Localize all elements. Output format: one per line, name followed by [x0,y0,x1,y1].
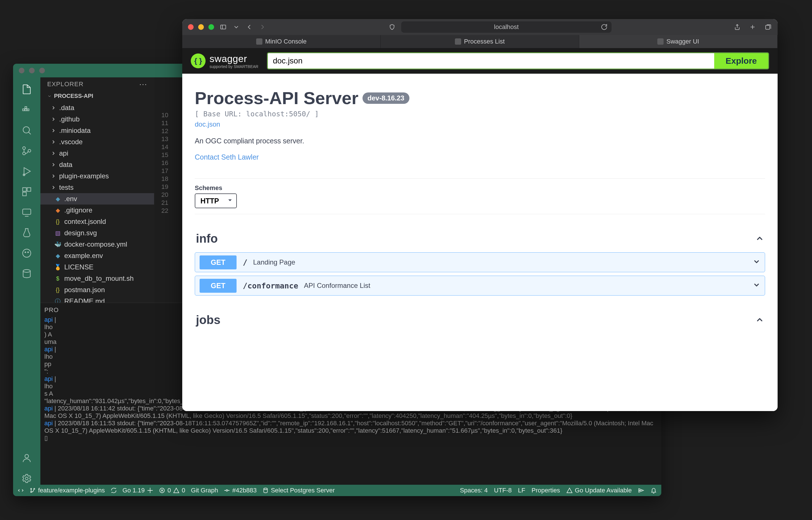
folder-row[interactable]: .miniodata [40,125,154,136]
explore-button[interactable]: Explore [714,53,768,69]
status-go-update[interactable]: Go Update Available [566,487,632,494]
swagger-logo-icon: { } [191,53,206,68]
op-desc: API Conformance List [304,282,370,290]
swagger-url-input[interactable] [268,53,714,69]
traffic-min[interactable] [198,24,204,30]
traffic-max[interactable] [209,24,214,30]
safari-traffic-lights[interactable] [188,24,214,30]
folder-row[interactable]: tests [40,182,154,193]
browser-tab[interactable]: MinIO Console [182,35,381,48]
address-bar[interactable]: localhost [401,21,612,33]
status-eol[interactable]: LF [518,487,525,494]
status-commit[interactable]: #42b883 [224,487,257,494]
back-icon[interactable] [245,23,253,31]
traffic-close[interactable] [19,68,24,73]
folder-row[interactable]: data [40,159,154,171]
chevron-up-icon [755,232,764,245]
file-row[interactable]: $move_db_to_mount.sh [40,273,154,284]
run-debug-icon[interactable] [21,165,33,178]
file-row[interactable]: 🐳docker-compose.yml [40,239,154,250]
status-bar: feature/example-plugins Go 1.19 00 Git G… [13,485,661,496]
safari-window: localhost MinIO ConsoleProcesses ListSwa… [182,19,778,411]
go-icon[interactable] [21,247,33,259]
status-spaces[interactable]: Spaces: 4 [460,487,488,494]
tag-header[interactable]: info [195,228,765,249]
folder-row[interactable]: .vscode [40,136,154,148]
vscode-traffic-lights[interactable] [19,68,45,73]
browser-tab[interactable]: Swagger UI [579,35,778,48]
file-row[interactable]: ◆.gitignore [40,205,154,216]
api-description: An OGC compliant process server. [195,137,765,145]
operation-row[interactable]: GET/Landing Page [195,252,765,272]
remote-icon[interactable] [21,206,33,218]
database-icon[interactable] [21,267,33,280]
shield-icon[interactable] [388,23,396,31]
operation-row[interactable]: GET/conformanceAPI Conformance List [195,276,765,295]
forward-icon[interactable] [259,23,266,31]
file-row[interactable]: ◆example.env [40,250,154,261]
chevron-down-icon [753,281,760,290]
api-title: Process-API Server [195,88,358,108]
source-control-icon[interactable] [21,145,33,157]
svg-point-4 [23,127,29,133]
status-bell-icon[interactable] [650,487,657,494]
swagger-search-wrap: Explore [267,52,769,70]
folder-row[interactable]: api [40,148,154,159]
reload-icon[interactable] [600,23,608,31]
status-postgres[interactable]: Select Postgres Server [263,487,335,494]
status-go-version[interactable]: Go 1.19 [123,487,153,494]
file-row[interactable]: 🏅LICENSE [40,261,154,273]
status-branch[interactable]: feature/example-plugins [30,487,105,494]
status-language[interactable]: Properties [532,487,560,494]
method-badge: GET [199,279,237,293]
folder-row[interactable]: .data [40,102,154,113]
status-feedback-icon[interactable] [638,487,644,494]
file-row[interactable]: {}postman.json [40,284,154,295]
chevron-down-icon[interactable] [232,23,240,31]
file-row[interactable]: {}context.jsonld [40,216,154,227]
folder-row[interactable]: .github [40,113,154,125]
settings-gear-icon[interactable] [21,472,33,485]
schemes-select[interactable]: HTTP [195,193,237,208]
file-row[interactable]: ▧design.svg [40,227,154,239]
status-sync[interactable] [111,487,117,494]
svg-rect-25 [221,25,226,29]
tab-bar: MinIO ConsoleProcesses ListSwagger UI [182,35,778,48]
status-problems[interactable]: 00 [159,487,185,494]
svg-rect-2 [27,109,29,111]
svg-point-14 [25,252,26,253]
status-remote[interactable] [18,487,24,494]
spec-link[interactable]: doc.json [195,120,765,128]
status-encoding[interactable]: UTF-8 [494,487,512,494]
testing-icon[interactable] [21,227,33,239]
explorer-icon[interactable] [21,83,33,96]
terminal-line: api | 2023/08/18 16:11:53 stdout: {"time… [44,420,657,434]
share-icon[interactable] [733,23,741,31]
tab-overview-icon[interactable] [764,23,772,31]
tag-header[interactable]: jobs [195,310,765,330]
traffic-close[interactable] [188,24,194,30]
file-row[interactable]: ◆.env [40,193,154,205]
account-icon[interactable] [21,452,33,464]
docker-icon[interactable] [21,104,33,116]
chevron-up-icon [755,313,764,327]
file-icon: ▧ [54,229,61,237]
folder-row[interactable]: plugin-examples [40,171,154,182]
svg-rect-0 [23,109,24,111]
sidebar-more-icon[interactable]: ⋯ [139,80,147,89]
search-icon[interactable] [21,124,33,136]
activity-bar [13,77,40,485]
browser-tab[interactable]: Processes List [381,35,579,48]
status-git-graph[interactable]: Git Graph [191,487,218,494]
sidebar-toggle-icon[interactable] [219,23,227,31]
traffic-max[interactable] [39,68,45,73]
extensions-icon[interactable] [21,185,33,198]
contact-link[interactable]: Contact Seth Lawler [195,153,765,161]
traffic-min[interactable] [29,68,35,73]
new-tab-icon[interactable] [749,23,757,31]
svg-point-5 [23,147,26,150]
swagger-page: { } swagger supported by SMARTBEAR Explo… [182,48,778,411]
project-name-row[interactable]: PROCESS-API [40,91,154,101]
op-path: /conformance [243,281,298,290]
svg-point-18 [25,477,28,480]
